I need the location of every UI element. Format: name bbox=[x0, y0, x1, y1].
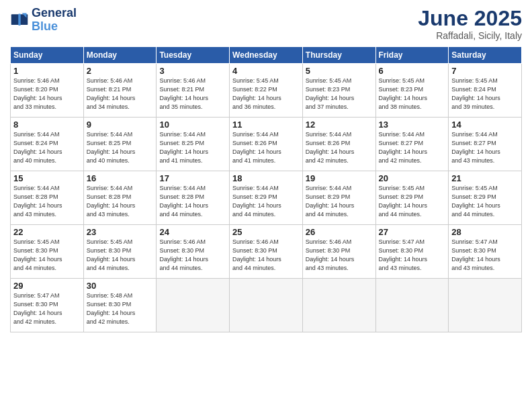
cell-info: Sunrise: 5:46 AM Sunset: 8:30 PM Dayligh… bbox=[159, 238, 226, 273]
table-row bbox=[375, 279, 449, 332]
table-row: 18Sunrise: 5:44 AM Sunset: 8:29 PM Dayli… bbox=[230, 171, 303, 225]
table-row: 15Sunrise: 5:44 AM Sunset: 8:28 PM Dayli… bbox=[11, 171, 84, 225]
day-number: 1 bbox=[13, 66, 81, 76]
table-row: 9Sunrise: 5:44 AM Sunset: 8:25 PM Daylig… bbox=[83, 118, 157, 171]
day-number: 16 bbox=[87, 173, 154, 183]
svg-rect-1 bbox=[11, 14, 19, 25]
table-row: 10Sunrise: 5:44 AM Sunset: 8:25 PM Dayli… bbox=[157, 118, 230, 171]
day-number: 29 bbox=[13, 281, 81, 291]
calendar-week-row: 15Sunrise: 5:44 AM Sunset: 8:28 PM Dayli… bbox=[11, 171, 522, 225]
day-number: 28 bbox=[451, 227, 519, 237]
day-number: 26 bbox=[306, 227, 373, 237]
table-row: 21Sunrise: 5:45 AM Sunset: 8:29 PM Dayli… bbox=[449, 171, 522, 225]
cell-info: Sunrise: 5:46 AM Sunset: 8:21 PM Dayligh… bbox=[159, 77, 226, 111]
day-number: 23 bbox=[87, 227, 154, 237]
cell-info: Sunrise: 5:44 AM Sunset: 8:25 PM Dayligh… bbox=[159, 130, 226, 165]
table-row: 4Sunrise: 5:45 AM Sunset: 8:22 PM Daylig… bbox=[230, 64, 303, 118]
day-number: 24 bbox=[159, 227, 226, 237]
day-number: 5 bbox=[306, 66, 373, 76]
table-row: 5Sunrise: 5:45 AM Sunset: 8:23 PM Daylig… bbox=[302, 64, 375, 118]
cell-info: Sunrise: 5:44 AM Sunset: 8:24 PM Dayligh… bbox=[13, 130, 81, 165]
day-number: 17 bbox=[159, 173, 226, 183]
logo-line1: General bbox=[32, 7, 77, 20]
table-row: 12Sunrise: 5:44 AM Sunset: 8:26 PM Dayli… bbox=[302, 118, 375, 171]
calendar-week-row: 29Sunrise: 5:47 AM Sunset: 8:30 PM Dayli… bbox=[11, 279, 522, 332]
calendar: Sunday Monday Tuesday Wednesday Thursday… bbox=[10, 46, 522, 332]
cell-info: Sunrise: 5:44 AM Sunset: 8:28 PM Dayligh… bbox=[87, 184, 154, 219]
day-number: 3 bbox=[159, 66, 226, 76]
cell-info: Sunrise: 5:44 AM Sunset: 8:26 PM Dayligh… bbox=[306, 130, 373, 165]
table-row bbox=[157, 279, 230, 332]
table-row: 13Sunrise: 5:44 AM Sunset: 8:27 PM Dayli… bbox=[375, 118, 449, 171]
col-friday: Friday bbox=[375, 47, 449, 64]
cell-info: Sunrise: 5:47 AM Sunset: 8:30 PM Dayligh… bbox=[13, 291, 81, 326]
table-row: 28Sunrise: 5:47 AM Sunset: 8:30 PM Dayli… bbox=[449, 225, 522, 279]
day-number: 21 bbox=[451, 173, 519, 183]
table-row: 1Sunrise: 5:46 AM Sunset: 8:20 PM Daylig… bbox=[11, 64, 84, 118]
day-number: 8 bbox=[13, 120, 81, 130]
table-row: 19Sunrise: 5:44 AM Sunset: 8:29 PM Dayli… bbox=[302, 171, 375, 225]
cell-info: Sunrise: 5:45 AM Sunset: 8:30 PM Dayligh… bbox=[13, 238, 81, 273]
cell-info: Sunrise: 5:45 AM Sunset: 8:23 PM Dayligh… bbox=[379, 77, 446, 111]
cell-info: Sunrise: 5:44 AM Sunset: 8:28 PM Dayligh… bbox=[13, 184, 81, 219]
day-number: 18 bbox=[232, 173, 300, 183]
table-row: 22Sunrise: 5:45 AM Sunset: 8:30 PM Dayli… bbox=[11, 225, 84, 279]
day-number: 4 bbox=[232, 66, 300, 76]
calendar-week-row: 1Sunrise: 5:46 AM Sunset: 8:20 PM Daylig… bbox=[11, 64, 522, 118]
month-title: June 2025 bbox=[418, 7, 522, 30]
table-row: 11Sunrise: 5:44 AM Sunset: 8:26 PM Dayli… bbox=[230, 118, 303, 171]
table-row: 30Sunrise: 5:48 AM Sunset: 8:30 PM Dayli… bbox=[83, 279, 157, 332]
day-number: 30 bbox=[87, 281, 154, 291]
calendar-week-row: 8Sunrise: 5:44 AM Sunset: 8:24 PM Daylig… bbox=[11, 118, 522, 171]
col-tuesday: Tuesday bbox=[157, 47, 230, 64]
table-row: 29Sunrise: 5:47 AM Sunset: 8:30 PM Dayli… bbox=[11, 279, 84, 332]
cell-info: Sunrise: 5:48 AM Sunset: 8:30 PM Dayligh… bbox=[87, 291, 154, 326]
cell-info: Sunrise: 5:44 AM Sunset: 8:25 PM Dayligh… bbox=[87, 130, 154, 165]
day-number: 19 bbox=[306, 173, 373, 183]
cell-info: Sunrise: 5:47 AM Sunset: 8:30 PM Dayligh… bbox=[379, 238, 446, 273]
day-number: 20 bbox=[379, 173, 446, 183]
cell-info: Sunrise: 5:44 AM Sunset: 8:26 PM Dayligh… bbox=[232, 130, 300, 165]
cell-info: Sunrise: 5:46 AM Sunset: 8:20 PM Dayligh… bbox=[13, 77, 81, 111]
cell-info: Sunrise: 5:44 AM Sunset: 8:28 PM Dayligh… bbox=[159, 184, 226, 219]
title-block: June 2025 Raffadali, Sicily, Italy bbox=[418, 7, 522, 41]
logo-text: General Blue bbox=[32, 7, 77, 34]
cell-info: Sunrise: 5:46 AM Sunset: 8:21 PM Dayligh… bbox=[87, 77, 154, 111]
cell-info: Sunrise: 5:47 AM Sunset: 8:30 PM Dayligh… bbox=[451, 238, 519, 273]
table-row: 3Sunrise: 5:46 AM Sunset: 8:21 PM Daylig… bbox=[157, 64, 230, 118]
cell-info: Sunrise: 5:46 AM Sunset: 8:30 PM Dayligh… bbox=[306, 238, 373, 273]
cell-info: Sunrise: 5:45 AM Sunset: 8:29 PM Dayligh… bbox=[379, 184, 446, 219]
table-row: 16Sunrise: 5:44 AM Sunset: 8:28 PM Dayli… bbox=[83, 171, 157, 225]
cell-info: Sunrise: 5:44 AM Sunset: 8:27 PM Dayligh… bbox=[379, 130, 446, 165]
table-row bbox=[230, 279, 303, 332]
col-saturday: Saturday bbox=[449, 47, 522, 64]
cell-info: Sunrise: 5:45 AM Sunset: 8:24 PM Dayligh… bbox=[451, 77, 519, 111]
day-number: 14 bbox=[451, 120, 519, 130]
table-row: 20Sunrise: 5:45 AM Sunset: 8:29 PM Dayli… bbox=[375, 171, 449, 225]
table-row: 24Sunrise: 5:46 AM Sunset: 8:30 PM Dayli… bbox=[157, 225, 230, 279]
cell-info: Sunrise: 5:45 AM Sunset: 8:29 PM Dayligh… bbox=[451, 184, 519, 219]
col-thursday: Thursday bbox=[302, 47, 375, 64]
day-number: 7 bbox=[451, 66, 519, 76]
table-row: 7Sunrise: 5:45 AM Sunset: 8:24 PM Daylig… bbox=[449, 64, 522, 118]
cell-info: Sunrise: 5:46 AM Sunset: 8:30 PM Dayligh… bbox=[232, 238, 300, 273]
table-row: 6Sunrise: 5:45 AM Sunset: 8:23 PM Daylig… bbox=[375, 64, 449, 118]
cell-info: Sunrise: 5:44 AM Sunset: 8:27 PM Dayligh… bbox=[451, 130, 519, 165]
day-number: 2 bbox=[87, 66, 154, 76]
table-row: 26Sunrise: 5:46 AM Sunset: 8:30 PM Dayli… bbox=[302, 225, 375, 279]
day-number: 9 bbox=[87, 120, 154, 130]
day-number: 27 bbox=[379, 227, 446, 237]
day-number: 22 bbox=[13, 227, 81, 237]
day-number: 25 bbox=[232, 227, 300, 237]
day-number: 15 bbox=[13, 173, 81, 183]
cell-info: Sunrise: 5:45 AM Sunset: 8:23 PM Dayligh… bbox=[306, 77, 373, 111]
svg-rect-2 bbox=[20, 14, 28, 25]
table-row bbox=[449, 279, 522, 332]
logo-line2: Blue bbox=[32, 19, 58, 33]
cell-info: Sunrise: 5:45 AM Sunset: 8:22 PM Dayligh… bbox=[232, 77, 300, 111]
logo-icon bbox=[10, 11, 29, 30]
table-row: 25Sunrise: 5:46 AM Sunset: 8:30 PM Dayli… bbox=[230, 225, 303, 279]
day-number: 6 bbox=[379, 66, 446, 76]
page: General Blue June 2025 Raffadali, Sicily… bbox=[0, 0, 532, 411]
col-sunday: Sunday bbox=[11, 47, 84, 64]
